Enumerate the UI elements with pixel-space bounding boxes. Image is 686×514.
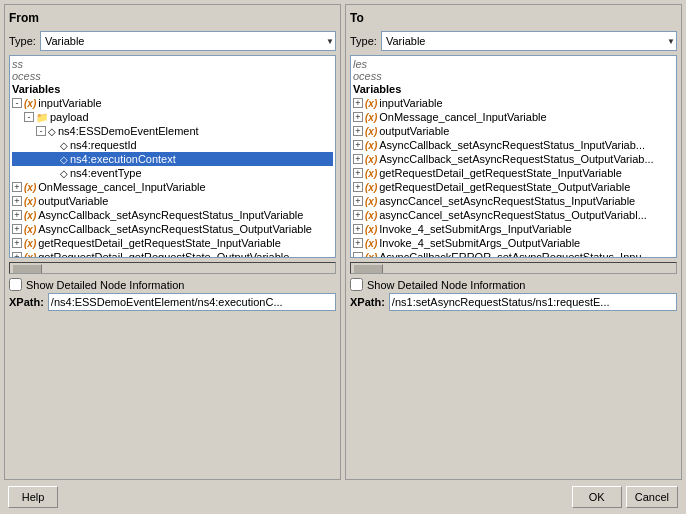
to-expander-onmessage[interactable]: +	[353, 112, 363, 122]
ok-button[interactable]: OK	[572, 486, 622, 508]
to-section-ocess: ocess	[353, 70, 674, 82]
to-hscrollbar[interactable]	[350, 262, 677, 274]
from-bottom-panel: Show Detailed Node Information XPath:	[9, 278, 336, 475]
to-node-asynccallback-input[interactable]: + (x) AsyncCallback_setAsyncRequestStatu…	[353, 138, 674, 152]
to-label-asynccancel-output: asyncCancel_setAsyncRequestStatus_Output…	[379, 209, 674, 221]
from-type-select-wrapper[interactable]: Variable ▼	[40, 31, 336, 51]
to-xpath-input[interactable]	[389, 293, 677, 311]
from-expander-payload[interactable]: -	[24, 112, 34, 122]
from-expander-outputvariable[interactable]: +	[12, 196, 22, 206]
to-node-getrequestdetail-output[interactable]: + (x) getRequestDetail_getRequestState_O…	[353, 180, 674, 194]
to-expander-inputvariable[interactable]: +	[353, 98, 363, 108]
cancel-button[interactable]: Cancel	[626, 486, 678, 508]
from-section-ocess: ocess	[12, 70, 333, 82]
from-node-asynccallback-input[interactable]: + (x) AsyncCallback_setAsyncRequestStatu…	[12, 208, 333, 222]
buttons-row: Help OK Cancel	[4, 484, 682, 510]
to-expander-invoke4-input[interactable]: +	[353, 224, 363, 234]
from-label-getrequestdetail-input: getRequestDetail_getRequestState_InputVa…	[38, 237, 333, 249]
to-node-getrequestdetail-input[interactable]: + (x) getRequestDetail_getRequestState_I…	[353, 166, 674, 180]
from-node-executioncontext[interactable]: ◇ ns4:executionContext	[12, 152, 333, 166]
from-xpath-input[interactable]	[48, 293, 336, 311]
to-label-asynccallbackerror-expanded: AsyncCallbackERROR_setAsyncRequestStatus…	[379, 251, 674, 258]
to-xpath-row: XPath:	[350, 293, 677, 311]
to-type-label: Type:	[350, 35, 377, 47]
to-label-getrequestdetail-output: getRequestDetail_getRequestState_OutputV…	[379, 181, 674, 193]
from-node-getrequestdetail-output[interactable]: + (x) getRequestDetail_getRequestState_O…	[12, 250, 333, 258]
to-expander-asynccancel-input[interactable]: +	[353, 196, 363, 206]
help-button[interactable]: Help	[8, 486, 58, 508]
to-node-asynccallback-output[interactable]: + (x) AsyncCallback_setAsyncRequestStatu…	[353, 152, 674, 166]
from-expander-getrequestdetail-output[interactable]: +	[12, 252, 22, 258]
from-label-asynccallback-output: AsyncCallback_setAsyncRequestStatus_Outp…	[38, 223, 333, 235]
to-node-outputvariable[interactable]: + (x) outputVariable	[353, 124, 674, 138]
from-node-onmessage[interactable]: + (x) OnMessage_cancel_InputVariable	[12, 180, 333, 194]
from-expander-asynccallback-input[interactable]: +	[12, 210, 22, 220]
from-node-requestid[interactable]: ◇ ns4:requestId	[12, 138, 333, 152]
to-panel: To Type: Variable ▼ les ocess Variables …	[345, 4, 682, 480]
from-hscroll-thumb[interactable]	[12, 264, 42, 274]
from-node-inputvariable[interactable]: - (x) inputVariable	[12, 96, 333, 110]
to-title: To	[350, 9, 677, 27]
to-tree-container[interactable]: les ocess Variables + (x) inputVariable …	[350, 55, 677, 258]
to-expander-asynccallbackerror-expanded[interactable]: -	[353, 252, 363, 258]
to-expander-getrequestdetail-output[interactable]: +	[353, 182, 363, 192]
to-expander-outputvariable[interactable]: +	[353, 126, 363, 136]
from-label-asynccallback-input: AsyncCallback_setAsyncRequestStatus_Inpu…	[38, 209, 333, 221]
to-node-asynccancel-output[interactable]: + (x) asyncCancel_setAsyncRequestStatus_…	[353, 208, 674, 222]
to-expander-getrequestdetail-input[interactable]: +	[353, 168, 363, 178]
from-label-executioncontext: ns4:executionContext	[70, 153, 333, 165]
to-var-icon-getrequestdetail-input: (x)	[365, 168, 377, 179]
from-label-getrequestdetail-output: getRequestDetail_getRequestState_OutputV…	[38, 251, 333, 258]
from-node-getrequestdetail-input[interactable]: + (x) getRequestDetail_getRequestState_I…	[12, 236, 333, 250]
to-var-icon-inputvariable: (x)	[365, 98, 377, 109]
to-label-invoke4-input: Invoke_4_setSubmitArgs_InputVariable	[379, 223, 674, 235]
to-hscroll-thumb[interactable]	[353, 264, 383, 274]
from-hscrollbar[interactable]	[9, 262, 336, 274]
from-node-payload[interactable]: - 📁 payload	[12, 110, 333, 124]
from-title: From	[9, 9, 336, 27]
to-type-select[interactable]: Variable	[381, 31, 677, 51]
from-section-ss: ss	[12, 58, 333, 70]
to-type-select-wrapper[interactable]: Variable ▼	[381, 31, 677, 51]
to-expander-invoke4-output[interactable]: +	[353, 238, 363, 248]
to-var-icon-outputvariable: (x)	[365, 126, 377, 137]
from-expander-inputvariable[interactable]: -	[12, 98, 22, 108]
to-node-inputvariable[interactable]: + (x) inputVariable	[353, 96, 674, 110]
from-tree-container[interactable]: ss ocess Variables - (x) inputVariable -…	[9, 55, 336, 258]
from-expander-onmessage[interactable]: +	[12, 182, 22, 192]
to-node-invoke4-input[interactable]: + (x) Invoke_4_setSubmitArgs_InputVariab…	[353, 222, 674, 236]
from-node-ns4ess[interactable]: - ◇ ns4:ESSDemoEventElement	[12, 124, 333, 138]
from-folder-icon-payload: 📁	[36, 112, 48, 123]
from-var-icon-getrequestdetail-output: (x)	[24, 252, 36, 259]
to-node-asynccancel-input[interactable]: + (x) asyncCancel_setAsyncRequestStatus_…	[353, 194, 674, 208]
from-label-eventtype: ns4:eventType	[70, 167, 333, 179]
from-show-detailed-label: Show Detailed Node Information	[26, 279, 184, 291]
from-diamond-icon-eventtype: ◇	[60, 168, 68, 179]
to-expander-asynccallback-input[interactable]: +	[353, 140, 363, 150]
to-xpath-label: XPath:	[350, 296, 385, 308]
from-expander-ns4ess[interactable]: -	[36, 126, 46, 136]
from-checkbox-row: Show Detailed Node Information	[9, 278, 336, 291]
from-type-select[interactable]: Variable	[40, 31, 336, 51]
to-type-row: Type: Variable ▼	[350, 31, 677, 51]
to-label-inputvariable: inputVariable	[379, 97, 674, 109]
from-diamond-icon-executioncontext: ◇	[60, 154, 68, 165]
from-node-eventtype[interactable]: ◇ ns4:eventType	[12, 166, 333, 180]
to-node-invoke4-output[interactable]: + (x) Invoke_4_setSubmitArgs_OutputVaria…	[353, 236, 674, 250]
to-node-asynccallbackerror-expanded[interactable]: - (x) AsyncCallbackERROR_setAsyncRequest…	[353, 250, 674, 258]
from-label-payload: payload	[50, 111, 333, 123]
from-node-asynccallback-output[interactable]: + (x) AsyncCallback_setAsyncRequestStatu…	[12, 222, 333, 236]
to-var-icon-invoke4-input: (x)	[365, 224, 377, 235]
to-label-outputvariable: outputVariable	[379, 125, 674, 137]
to-expander-asynccallback-output[interactable]: +	[353, 154, 363, 164]
from-node-outputvariable[interactable]: + (x) outputVariable	[12, 194, 333, 208]
to-expander-asynccancel-output[interactable]: +	[353, 210, 363, 220]
from-show-detailed-checkbox[interactable]	[9, 278, 22, 291]
to-show-detailed-checkbox[interactable]	[350, 278, 363, 291]
to-var-icon-asynccancel-output: (x)	[365, 210, 377, 221]
from-expander-asynccallback-output[interactable]: +	[12, 224, 22, 234]
from-type-row: Type: Variable ▼	[9, 31, 336, 51]
to-checkbox-row: Show Detailed Node Information	[350, 278, 677, 291]
from-expander-getrequestdetail-input[interactable]: +	[12, 238, 22, 248]
to-node-onmessage[interactable]: + (x) OnMessage_cancel_InputVariable	[353, 110, 674, 124]
